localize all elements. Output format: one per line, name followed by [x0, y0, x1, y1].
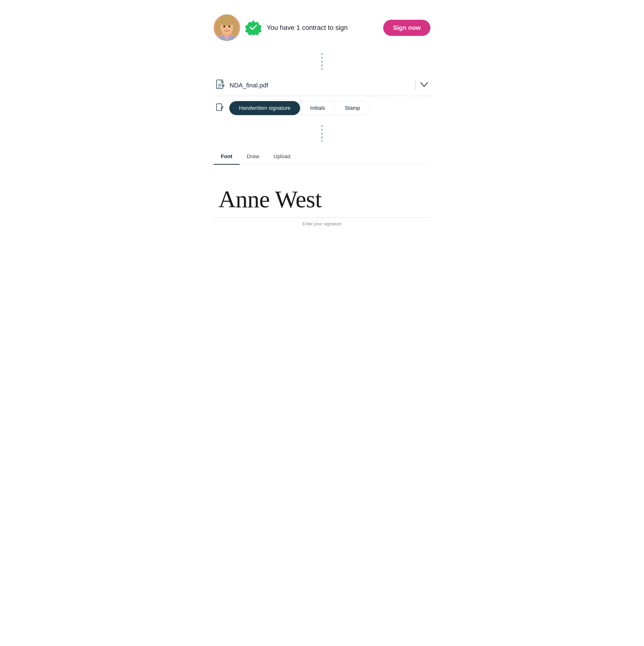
svg-point-8: [229, 25, 230, 27]
content-section: Font Draw Upload Anne West Enter your si…: [214, 149, 430, 230]
signature-type-row: Handwritten signature Initials Stamp: [214, 96, 430, 120]
notification-text: You have 1 contract to sign: [266, 24, 348, 31]
svg-rect-14: [217, 104, 222, 111]
file-name: NDA_final.pdf: [229, 82, 410, 89]
tab-stamp[interactable]: Stamp: [335, 101, 370, 115]
signature-hint-container: Enter your signature: [214, 218, 430, 230]
sign-now-button[interactable]: Sign now: [383, 20, 430, 36]
avatar: [214, 14, 240, 41]
tab-font[interactable]: Font: [214, 149, 240, 165]
svg-point-6: [220, 16, 233, 26]
connector-top: [322, 53, 322, 70]
tab-draw[interactable]: Draw: [240, 149, 266, 165]
dashed-line-top: [322, 53, 322, 70]
signature-type-tabs: Handwritten signature Initials Stamp: [229, 101, 370, 115]
tab-initials[interactable]: Initials: [301, 101, 335, 115]
tab-handwritten-signature[interactable]: Handwritten signature: [229, 101, 300, 115]
file-row: NDA_final.pdf: [214, 75, 430, 96]
file-section: NDA_final.pdf Handwritten signature Init…: [214, 75, 430, 120]
edit-icon: [216, 103, 224, 113]
tab-upload[interactable]: Upload: [266, 149, 298, 165]
mode-tabs: Font Draw Upload: [214, 149, 430, 165]
signature-area[interactable]: Anne West: [214, 165, 430, 218]
dashed-line-middle: [322, 125, 322, 142]
svg-point-7: [223, 25, 225, 27]
header-section: You have 1 contract to sign Sign now: [214, 10, 430, 50]
enter-signature-hint: Enter your signature: [303, 221, 341, 226]
divider-vertical: [415, 81, 416, 90]
file-icon: [216, 80, 225, 91]
connector-middle: [322, 125, 322, 142]
header-left: You have 1 contract to sign: [214, 14, 348, 41]
signature-preview: Anne West: [218, 186, 322, 213]
chevron-down-icon[interactable]: [420, 81, 428, 89]
badge-icon: [245, 19, 262, 36]
